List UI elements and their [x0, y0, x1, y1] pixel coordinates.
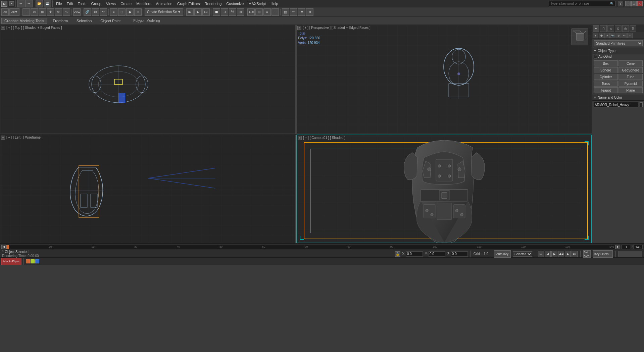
autogrid-checkbox[interactable]	[594, 55, 597, 58]
window-crossing-btn[interactable]: ⊞	[39, 8, 46, 16]
link-btn[interactable]: 🔗	[84, 8, 91, 16]
x-input[interactable]	[406, 251, 423, 257]
name-color-header[interactable]: ▼ Name and Color	[592, 95, 644, 101]
selection-lock-btn[interactable]: 🔒	[395, 251, 400, 257]
next-frame-btn[interactable]: ⏭	[202, 8, 210, 16]
menu-item-create[interactable]: Create	[118, 1, 134, 6]
rp-subtab-spacewarps[interactable]: 〜	[622, 33, 627, 38]
menu-item-modifiers[interactable]: Modifiers	[134, 1, 153, 6]
viewport-top[interactable]: + [ + ] [ Top ] [ Shaded + Edged Faces ]	[0, 25, 296, 134]
search-input[interactable]	[549, 2, 609, 5]
minimize-btn[interactable]: _	[625, 1, 631, 6]
current-frame[interactable]: 1	[622, 245, 631, 249]
wire-params-btn[interactable]: ⊗	[306, 8, 313, 16]
auto-key-btn[interactable]: Auto Key	[494, 250, 511, 258]
select-region-btn[interactable]: ▭	[31, 8, 38, 16]
geosphere-btn[interactable]: GeoSphere	[618, 67, 643, 73]
object-name-input[interactable]	[594, 102, 638, 107]
schematic-btn[interactable]: ⊡	[118, 8, 126, 16]
timeline-prev-btn[interactable]: ◀	[1, 245, 6, 249]
viewport-left-menu-btn[interactable]: +	[1, 136, 5, 140]
percent-snap-btn[interactable]: %	[229, 8, 236, 16]
freeform-tab[interactable]: Freeform	[50, 18, 71, 24]
rp-subtab-helpers[interactable]: ⊕	[616, 33, 621, 38]
timeline-track[interactable]: 010203040 5060708090 100110120130140	[6, 245, 615, 249]
menu-item-customize[interactable]: Customize	[224, 1, 246, 6]
cone-btn[interactable]: Cone	[618, 60, 643, 66]
prev-frame-btn[interactable]: ◀	[545, 251, 551, 257]
redo-btn[interactable]: ↪	[25, 0, 33, 7]
select-scale-btn[interactable]: ⤡	[63, 8, 70, 16]
curve-editor-btn[interactable]: 〰	[290, 8, 297, 16]
tube-btn[interactable]: Tube	[618, 74, 643, 80]
set-key-btn[interactable]: Set Key	[583, 250, 591, 258]
normal-align-btn[interactable]: ⊥	[271, 8, 279, 16]
sphere-btn[interactable]: Sphere	[594, 67, 618, 73]
unlink-btn[interactable]: ⛓	[92, 8, 99, 16]
go-start-btn[interactable]: ⏮	[538, 251, 544, 257]
rp-subtab-systems[interactable]: ≡	[627, 33, 633, 38]
object-color-swatch[interactable]	[640, 102, 643, 107]
timeline-next-btn[interactable]: ▶	[615, 245, 620, 249]
spinner-snap-btn[interactable]: ⊕	[237, 8, 244, 16]
viewport-left[interactable]: + [ + ] [ Left ] [ Wireframe ]	[0, 135, 296, 244]
add-time-tag-btn[interactable]	[618, 251, 642, 257]
torus-btn[interactable]: Torus	[594, 81, 618, 87]
z-input[interactable]	[451, 251, 468, 257]
menu-item-views[interactable]: Views	[104, 1, 118, 6]
material-editor-btn[interactable]: ◆	[126, 8, 134, 16]
key-filters-btn[interactable]: Key Filters...	[593, 250, 613, 258]
menu-item-edit[interactable]: Edit	[65, 1, 75, 6]
mirror-btn[interactable]: ⊳⊲	[247, 8, 255, 16]
menu-item-maxscript[interactable]: MAXScript	[246, 1, 268, 6]
create-selection-btn[interactable]: Create Selection Se ▼	[145, 8, 183, 16]
select-all-btn[interactable]: All▼	[9, 8, 19, 16]
snap-toggle-btn[interactable]: 🔲	[213, 8, 220, 16]
plane-btn[interactable]: Plane	[618, 87, 643, 93]
rp-tab-motion[interactable]: ⊙	[615, 25, 622, 32]
play-fwd-btn[interactable]: ▶	[551, 251, 557, 257]
close-btn[interactable]: ✕	[637, 1, 643, 6]
help-btn[interactable]: ?	[618, 1, 623, 6]
menu-item-graph-editors[interactable]: Graph Editors	[175, 1, 202, 6]
select-move-btn[interactable]: ✛	[47, 8, 54, 16]
play-btn[interactable]: ▶	[194, 8, 202, 16]
viewport-camera[interactable]: + [ + ] [ Camera01 ] [ Shaded ]	[296, 135, 592, 244]
viewport-camera-menu-btn[interactable]: +	[298, 136, 302, 140]
menu-item-tools[interactable]: Tools	[76, 1, 89, 6]
graphite-tab[interactable]: Graphite Modeling Tools	[1, 18, 47, 24]
undo-btn[interactable]: ↩	[17, 0, 24, 7]
max-to-phys-btn[interactable]: Max to Physc	[1, 258, 21, 265]
cylinder-btn[interactable]: Cylinder	[594, 74, 618, 80]
object-type-header[interactable]: ▼ Object Type	[592, 48, 644, 54]
box-btn[interactable]: Box	[594, 60, 618, 66]
viewport-top-menu-btn[interactable]: +	[1, 26, 5, 30]
next-frame-btn[interactable]: ▶	[565, 251, 571, 257]
primitives-dropdown[interactable]: Standard Primitives	[594, 40, 643, 46]
play-back-btn[interactable]: ◀◀	[558, 251, 564, 257]
rp-subtab-cameras[interactable]: 📷	[610, 33, 615, 38]
layer-mgr-btn[interactable]: ≡	[110, 8, 117, 16]
rp-tab-hierarchy[interactable]: △	[607, 25, 614, 32]
save-btn[interactable]: 💾	[44, 0, 51, 7]
align-btn[interactable]: ⊞	[255, 8, 263, 16]
menu-item-group[interactable]: Group	[89, 1, 103, 6]
object-paint-tab[interactable]: Object Paint	[97, 18, 123, 24]
render-setup-btn[interactable]: ⊙	[134, 8, 142, 16]
total-frames[interactable]: 143	[633, 245, 643, 249]
teapot-btn[interactable]: Teapot	[594, 87, 618, 93]
select-rotate-btn[interactable]: ↺	[55, 8, 62, 16]
rp-tab-utilities[interactable]: ⚙	[630, 25, 636, 32]
menu-item-file[interactable]: File	[54, 1, 64, 6]
rp-tab-modify[interactable]: ⊓	[600, 25, 607, 32]
quick-access-btn[interactable]: ▼	[9, 1, 14, 6]
rp-tab-create[interactable]: ✦	[593, 25, 599, 32]
go-end-btn[interactable]: ⏭	[572, 251, 578, 257]
manage-layers-btn[interactable]: ▤	[282, 8, 289, 16]
ref-coord-dropdown[interactable]: View	[73, 8, 81, 16]
bind-spacewarp-btn[interactable]: 〜	[100, 8, 107, 16]
viewport-persp-menu-btn[interactable]: +	[297, 26, 301, 30]
angle-snap-btn[interactable]: ⊿	[221, 8, 228, 16]
restore-btn[interactable]: □	[631, 1, 637, 6]
rp-tab-display[interactable]: ◎	[622, 25, 629, 32]
